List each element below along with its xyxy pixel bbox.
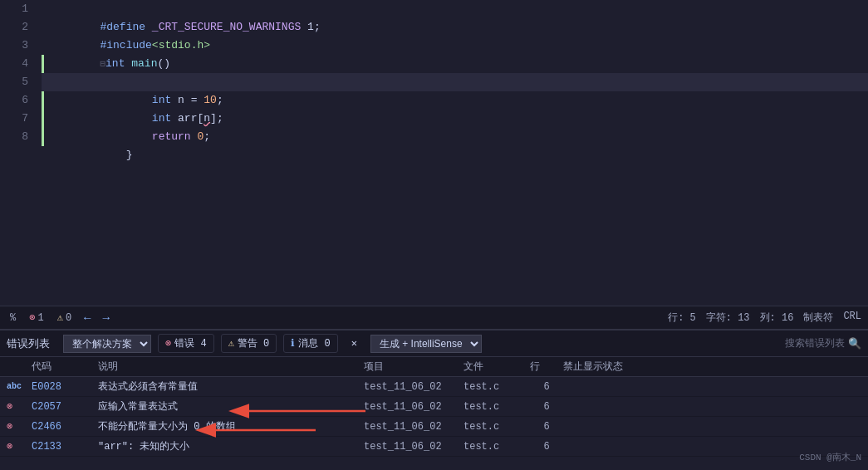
code-lines: #define _CRT_SECURE_NO_WARNINGS 1; #incl…	[42, 0, 868, 306]
error-code-c2133: C2133	[32, 441, 98, 453]
filter-button[interactable]: ✕	[345, 335, 364, 351]
info-tab-icon: ℹ	[291, 337, 295, 350]
encoding-indicator: CRL	[843, 311, 861, 325]
error-desc-c2466: 不能分配常量大小为 0 的数组	[98, 419, 364, 433]
error-panel: 错误列表 整个解决方案 ⊗ 错误 4 ⚠ 警告 0 ℹ 消息 0 ✕ 生成 + …	[0, 329, 868, 470]
search-box: 搜索错误列表 🔍	[785, 336, 861, 350]
row-icon-error-c2057: ⊗	[7, 400, 32, 413]
warning-icon-status: ⚠	[57, 311, 63, 324]
line-num-2: 2	[0, 18, 42, 37]
error-line-c2133: 6	[530, 441, 563, 453]
col-project: 项目	[364, 360, 463, 374]
error-tab-icon: ⊗	[165, 337, 171, 350]
line-num-5: 5	[0, 73, 42, 91]
watermark: CSDN @南木_N	[799, 451, 861, 463]
status-bar: % ⊗ 1 ⚠ 0 ← → 行: 5 字符: 13 列: 16 制表符 CRL	[0, 306, 868, 329]
error-count-status: ⊗ 1	[26, 311, 47, 324]
error-project-e0028: test_11_06_02	[364, 381, 463, 393]
error-code-e0028: E0028	[32, 381, 98, 393]
line-num-6: 6	[0, 91, 42, 110]
row-icon-error-c2466: ⊗	[7, 420, 32, 433]
search-icon[interactable]: 🔍	[848, 337, 861, 350]
code-line-8: }	[42, 128, 868, 146]
info-tab-label: 消息 0	[298, 336, 330, 350]
row-icon-error-c2133: ⊗	[7, 440, 32, 453]
char-indicator: 字符: 13	[706, 311, 750, 325]
col-indicator: 列: 16	[760, 311, 794, 325]
error-row-e0028[interactable]: abc E0028 表达式必须含有常量值 test_11_06_02 test.…	[0, 377, 868, 397]
error-line-c2057: 6	[530, 401, 563, 413]
line-num-1: 1	[0, 0, 42, 18]
error-desc-c2133: "arr": 未知的大小	[98, 439, 364, 453]
nav-back-button[interactable]: ←	[81, 311, 93, 326]
tab-indicator: 制表符	[803, 311, 833, 325]
code-line-3: ⊟int main()	[42, 37, 868, 55]
error-icon-status: ⊗	[29, 311, 35, 324]
line-num-4: 4	[0, 55, 42, 73]
error-desc-e0028: 表达式必须含有常量值	[98, 379, 364, 394]
error-row-c2057[interactable]: ⊗ C2057 应输入常量表达式 test_11_06_02 test.c 6	[0, 397, 868, 417]
line-num-7: 7	[0, 110, 42, 128]
tab-warnings[interactable]: ⚠ 警告 0	[221, 334, 277, 353]
warning-count-status: ⚠ 0	[54, 311, 75, 324]
code-line-2: #include<stdio.h>	[42, 18, 868, 37]
error-project-c2057: test_11_06_02	[364, 401, 463, 413]
error-count-value: 1	[37, 312, 43, 324]
error-code-c2057: C2057	[32, 401, 98, 413]
error-project-c2466: test_11_06_02	[364, 421, 463, 433]
warning-tab-label: 警告 0	[238, 336, 269, 350]
col-desc: 说明	[98, 360, 364, 374]
error-file-c2466: test.c	[463, 421, 530, 433]
nav-forward-button[interactable]: →	[100, 311, 111, 326]
filter-dropdown[interactable]: 生成 + IntelliSense	[370, 335, 482, 353]
code-line-4: {	[42, 55, 868, 73]
filter-icon: ✕	[351, 337, 357, 350]
col-code: 代码	[32, 360, 98, 374]
col-file: 文件	[463, 360, 530, 374]
error-file-c2133: test.c	[463, 441, 530, 453]
status-right: 行: 5 字符: 13 列: 16 制表符 CRL	[668, 311, 861, 325]
col-suppress: 禁止显示状态	[563, 360, 646, 374]
error-list-body: abc E0028 表达式必须含有常量值 test_11_06_02 test.…	[0, 377, 868, 470]
zoom-percent: %	[7, 312, 19, 324]
line-num-8: 8	[0, 128, 42, 146]
search-label: 搜索错误列表	[785, 336, 845, 350]
error-project-c2133: test_11_06_02	[364, 441, 463, 453]
col-line: 行	[530, 360, 563, 374]
warning-count-value: 0	[66, 312, 71, 324]
error-row-c2466[interactable]: ⊗ C2466 不能分配常量大小为 0 的数组 test_11_06_02 te…	[0, 417, 868, 437]
code-line-5: int n = 10;	[42, 73, 868, 91]
editor-area: 1 2 3 4 5 6 7 8 #define _CRT_SECURE_NO_W…	[0, 0, 868, 306]
code-container: 1 2 3 4 5 6 7 8 #define _CRT_SECURE_NO_W…	[0, 0, 868, 306]
panel-title: 错误列表	[7, 336, 50, 351]
error-row-c2133[interactable]: ⊗ C2133 "arr": 未知的大小 test_11_06_02 test.…	[0, 437, 868, 457]
line-num-3: 3	[0, 37, 42, 55]
code-line-7: return 0;	[42, 110, 868, 128]
row-icon-abc: abc	[7, 382, 32, 391]
error-file-e0028: test.c	[463, 381, 530, 393]
warning-tab-icon: ⚠	[228, 337, 234, 350]
error-file-c2057: test.c	[463, 401, 530, 413]
code-line-6: int arr[n];	[42, 91, 868, 110]
column-header-row: 代码 说明 项目 文件 行 禁止显示状态	[0, 357, 868, 377]
token: }	[100, 149, 132, 161]
solution-select[interactable]: 整个解决方案	[63, 335, 151, 353]
code-line-1: #define _CRT_SECURE_NO_WARNINGS 1;	[42, 0, 868, 18]
error-line-e0028: 6	[530, 381, 563, 393]
error-line-c2466: 6	[530, 421, 563, 433]
panel-header: 错误列表 整个解决方案 ⊗ 错误 4 ⚠ 警告 0 ℹ 消息 0 ✕ 生成 + …	[0, 330, 868, 357]
error-tab-label: 错误 4	[174, 336, 206, 350]
tab-messages[interactable]: ℹ 消息 0	[283, 334, 337, 353]
error-desc-c2057: 应输入常量表达式	[98, 399, 364, 414]
tab-errors[interactable]: ⊗ 错误 4	[158, 334, 214, 353]
error-code-c2466: C2466	[32, 421, 98, 433]
line-numbers: 1 2 3 4 5 6 7 8	[0, 0, 42, 306]
row-indicator: 行: 5	[668, 311, 696, 325]
